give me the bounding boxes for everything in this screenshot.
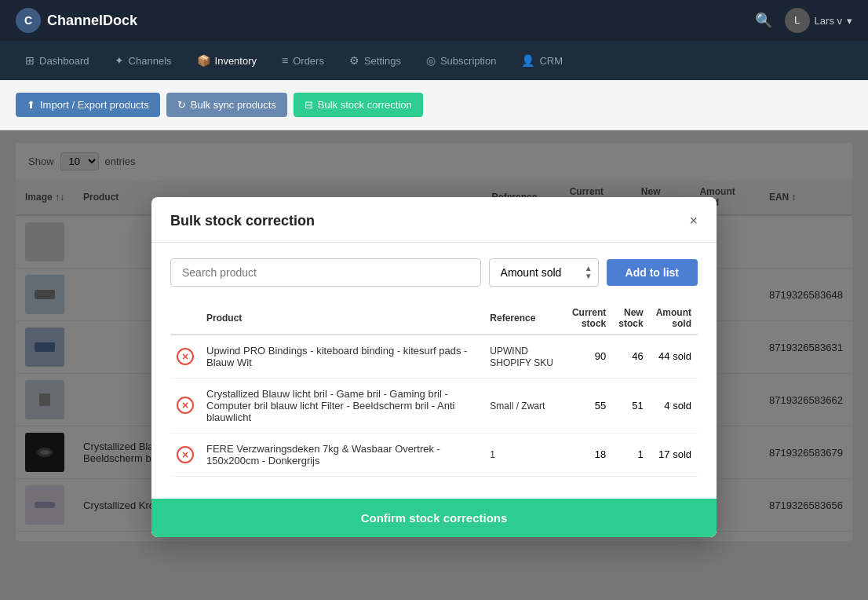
col-remove xyxy=(170,302,200,335)
app-name: ChannelDock xyxy=(47,13,137,29)
new-stock-cell: 46 xyxy=(612,335,649,379)
current-stock-cell: 55 xyxy=(566,378,612,433)
new-stock-cell: 51 xyxy=(612,378,649,433)
sidebar-item-label: Orders xyxy=(293,55,324,67)
search-row: Amount sold New stock ▲ ▼ Add to list xyxy=(170,258,698,287)
sidebar-item-channels[interactable]: ✦ Channels xyxy=(105,49,181,71)
product-list-row: × Crystallized Blauw licht bril - Game b… xyxy=(170,378,698,433)
import-export-button[interactable]: ⬆ Import / Export products xyxy=(16,93,160,117)
confirm-stock-button[interactable]: Confirm stock corrections xyxy=(151,499,717,537)
search-icon[interactable]: 🔍 xyxy=(755,12,772,29)
sync-icon: ↻ xyxy=(177,99,186,111)
topnav-right: 🔍 L Lars v ▾ xyxy=(755,8,852,33)
user-menu[interactable]: L Lars v ▾ xyxy=(785,8,852,33)
product-name-cell: Upwind PRO Bindings - kiteboard binding … xyxy=(200,335,483,379)
amount-sold-cell: 44 sold xyxy=(650,335,698,379)
add-to-list-button[interactable]: Add to list xyxy=(607,259,698,286)
bulk-sync-label: Bulk sync products xyxy=(191,99,276,111)
sidebar-item-crm[interactable]: 👤 CRM xyxy=(512,49,572,71)
subscription-icon: ◎ xyxy=(426,54,436,67)
modal-overlay: Bulk stock correction × Amount sold New … xyxy=(0,130,868,600)
search-input[interactable] xyxy=(170,258,481,287)
remove-icon[interactable]: × xyxy=(177,397,194,414)
col-current-stock-header: Currentstock xyxy=(566,302,612,335)
modal-body: Amount sold New stock ▲ ▼ Add to list xyxy=(151,243,717,492)
remove-icon[interactable]: × xyxy=(177,446,194,463)
modal-title: Bulk stock correction xyxy=(170,213,315,229)
sidebar-item-label: Inventory xyxy=(215,55,257,67)
inventory-icon: 📦 xyxy=(197,54,210,67)
bulk-stock-label: Bulk stock correction xyxy=(318,99,412,111)
col-amount-sold-header: Amountsold xyxy=(650,302,698,335)
product-list-row: × Upwind PRO Bindings - kiteboard bindin… xyxy=(170,335,698,379)
crm-icon: 👤 xyxy=(521,54,534,67)
product-ref-cell: UPWIND SHOPIFY SKU xyxy=(483,335,566,379)
orders-icon: ≡ xyxy=(282,54,288,67)
sidebar-item-dashboard[interactable]: ⊞ Dashboard xyxy=(16,49,99,71)
bulk-stock-modal: Bulk stock correction × Amount sold New … xyxy=(151,197,717,537)
search-input-wrap xyxy=(170,258,481,287)
new-stock-cell: 1 xyxy=(612,433,649,476)
remove-icon[interactable]: × xyxy=(177,348,194,365)
avatar: L xyxy=(785,8,810,33)
sidebar-item-label: CRM xyxy=(539,55,563,67)
amount-select-wrap: Amount sold New stock ▲ ▼ xyxy=(489,258,599,287)
bulk-sync-button[interactable]: ↻ Bulk sync products xyxy=(166,93,287,117)
product-ref-cell: 1 xyxy=(483,433,566,476)
current-stock-cell: 18 xyxy=(566,433,612,476)
remove-cell: × xyxy=(170,433,200,476)
sidebar-item-settings[interactable]: ⚙ Settings xyxy=(340,49,410,71)
user-name: Lars v xyxy=(815,15,842,27)
modal-header: Bulk stock correction × xyxy=(151,197,717,243)
product-name-cell: FERE Verzwaringsdeken 7kg & Wasbaar Over… xyxy=(200,433,483,476)
sidebar-item-label: Channels xyxy=(129,55,172,67)
product-list-table: Product Reference Currentstock Newstock … xyxy=(170,302,698,477)
user-chevron-icon: ▾ xyxy=(847,15,852,27)
import-export-icon: ⬆ xyxy=(27,99,35,111)
logo-icon: C xyxy=(16,8,41,33)
remove-cell: × xyxy=(170,335,200,379)
product-name-cell: Crystallized Blauw licht bril - Game bri… xyxy=(200,378,483,433)
main-content: Show 10 25 50 entries Image ↑↓ Product R… xyxy=(0,130,868,600)
app-logo[interactable]: C ChannelDock xyxy=(16,8,137,33)
product-ref-cell: Small / Zwart xyxy=(483,378,566,433)
sidebar-item-label: Settings xyxy=(364,55,401,67)
stock-icon: ⊟ xyxy=(305,99,313,111)
current-stock-cell: 90 xyxy=(566,335,612,379)
amount-sold-cell: 4 sold xyxy=(650,378,698,433)
import-export-label: Import / Export products xyxy=(40,99,149,111)
amount-sold-cell: 17 sold xyxy=(650,433,698,476)
sidebar-item-label: Subscription xyxy=(440,55,497,67)
toolbar: ⬆ Import / Export products ↻ Bulk sync p… xyxy=(0,80,868,130)
col-reference-header: Reference xyxy=(483,302,566,335)
channels-icon: ✦ xyxy=(115,54,124,67)
topnav: C ChannelDock 🔍 L Lars v ▾ xyxy=(0,0,868,41)
sidebar-item-inventory[interactable]: 📦 Inventory xyxy=(188,49,266,71)
remove-cell: × xyxy=(170,378,200,433)
sidebar-item-label: Dashboard xyxy=(39,55,89,67)
subnav: ⊞ Dashboard ✦ Channels 📦 Inventory ≡ Ord… xyxy=(0,41,868,80)
product-list-row: × FERE Verzwaringsdeken 7kg & Wasbaar Ov… xyxy=(170,433,698,476)
col-new-stock-header: Newstock xyxy=(612,302,649,335)
sidebar-item-subscription[interactable]: ◎ Subscription xyxy=(417,49,506,71)
bulk-stock-button[interactable]: ⊟ Bulk stock correction xyxy=(294,93,423,117)
col-product-header: Product xyxy=(200,302,483,335)
dashboard-icon: ⊞ xyxy=(25,54,35,67)
sidebar-item-orders[interactable]: ≡ Orders xyxy=(272,49,334,71)
settings-icon: ⚙ xyxy=(349,54,359,67)
modal-close-button[interactable]: × xyxy=(689,214,698,228)
amount-sold-select[interactable]: Amount sold New stock xyxy=(489,258,599,287)
